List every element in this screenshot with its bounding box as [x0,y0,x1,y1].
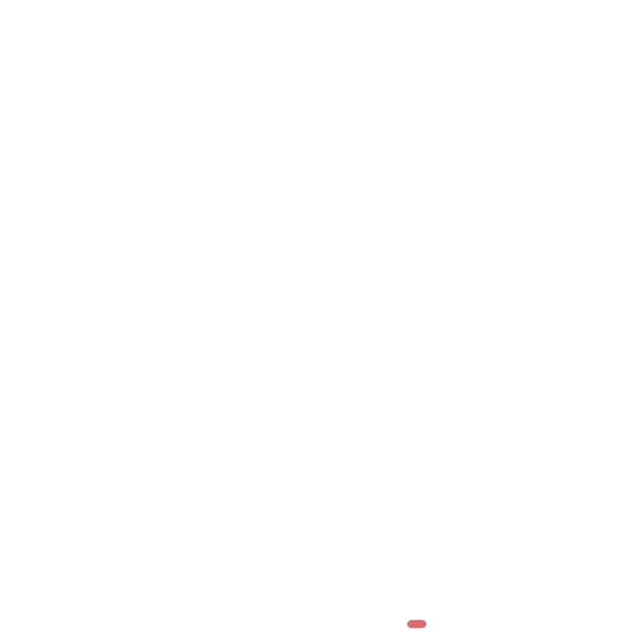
chart-canvas [0,0,644,644]
optimal-marker [407,621,426,628]
